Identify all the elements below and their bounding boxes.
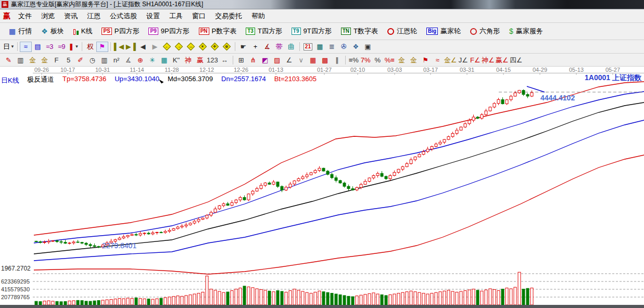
menu-资讯[interactable]: 资讯 — [59, 11, 82, 21]
gold-line-tool[interactable]: 金 — [408, 55, 420, 65]
calendar-tool[interactable]: 21 — [302, 42, 314, 52]
si-angle-tool[interactable]: 四∠ — [509, 55, 523, 65]
angle-tool[interactable]: ∡ — [122, 55, 134, 65]
menu-公式选股[interactable]: 公式选股 — [105, 11, 142, 21]
menu-工具[interactable]: 工具 — [165, 11, 187, 21]
gold-circle-tool[interactable]: 金 — [396, 55, 408, 65]
period-day-selector[interactable]: 日▼ — [3, 42, 15, 52]
dense-lines-tool[interactable]: ▥ — [98, 55, 110, 65]
info-panel-tool[interactable]: ▤ — [32, 42, 44, 52]
golden-ratio-tool[interactable]: 金 — [39, 55, 50, 65]
red-grid-tool[interactable]: ▦ — [307, 55, 319, 65]
quotes-button[interactable]: ▦行情 — [4, 27, 36, 36]
winner-service-button[interactable]: $赢家服务 — [504, 27, 548, 36]
j-angle-tool[interactable]: J∠ — [457, 55, 469, 65]
9p-square-button[interactable]: P99P四方形 — [144, 27, 194, 36]
vertical-lines-tool[interactable]: ▥ — [15, 55, 27, 65]
angle-lines-tool[interactable]: ∠ — [283, 55, 295, 65]
k-marks-tool[interactable]: K'' — [170, 55, 182, 65]
square-fan-tool[interactable]: ▨ — [271, 55, 283, 65]
ying-tool[interactable]: 赢 — [194, 55, 206, 65]
time-cycle-tool[interactable]: ◷ — [86, 55, 98, 65]
9t-square-button[interactable]: T99T四方形 — [287, 27, 336, 36]
f-angle-tool[interactable]: F∠ — [469, 55, 481, 65]
f-lines-tool[interactable]: F — [50, 55, 62, 65]
box-grid-tool[interactable]: ⊞ — [235, 55, 247, 65]
nav-last-button[interactable]: ▶▐ — [125, 42, 137, 52]
v-lines-tool[interactable]: ∨ — [295, 55, 307, 65]
shen-angle-tool[interactable]: 神∠ — [481, 55, 495, 65]
fuquan-tool[interactable]: 权 — [84, 42, 96, 52]
menu-文件[interactable]: 文件 — [14, 11, 36, 21]
sectors-button[interactable]: ❖板块 — [36, 27, 69, 36]
wave-3-tool[interactable]: ≈3 — [44, 42, 56, 52]
nav-prev-button[interactable]: ◀ — [137, 42, 149, 52]
winner-wheel-button[interactable]: Big赢家轮 — [422, 27, 465, 36]
rocket-draw-tool[interactable]: ✐ — [74, 55, 86, 65]
t-table-button[interactable]: TNT数字表 — [336, 27, 383, 36]
pan-hand-tool[interactable]: ☛ — [237, 42, 249, 52]
f-lines-tool-icon: F — [55, 57, 59, 63]
angle-measure-tool[interactable]: ∡ — [261, 42, 273, 52]
volume-bar — [418, 292, 421, 305]
menu-设置[interactable]: 设置 — [142, 11, 165, 21]
band-tool[interactable]: 带 — [273, 42, 285, 52]
shen-tool[interactable]: 神 — [182, 55, 194, 65]
p-square-button[interactable]: PSP四方形 — [97, 27, 144, 36]
grid-cycle-tool[interactable]: ▦ — [158, 55, 170, 65]
fan-square-tool[interactable]: ◩ — [259, 55, 271, 65]
chart-area[interactable]: 09-2610-1710-3111-1411-2812-1212-2601-13… — [0, 67, 644, 305]
wave-9-tool[interactable]: ≈9 — [56, 42, 68, 52]
network-tool[interactable]: ❖ — [350, 42, 362, 52]
save-tool[interactable]: ✇ — [338, 42, 350, 52]
print-tool[interactable]: ▣ — [362, 42, 374, 52]
corner-grid-tool[interactable]: ▩ — [319, 55, 331, 65]
calculator-tool[interactable]: ▦ — [314, 42, 326, 52]
flag-wave-tool[interactable]: ⚑ — [420, 55, 432, 65]
pen-draw-tool[interactable]: ✎ — [3, 55, 15, 65]
cycle-tool[interactable]: 曲 — [285, 42, 297, 52]
gold-angle-tool[interactable]: 金∠ — [444, 55, 458, 65]
full-view-diamond-button[interactable]: ✛ — [209, 42, 221, 52]
menu-窗口[interactable]: 窗口 — [187, 11, 210, 21]
star-cycle-tool[interactable]: ✳ — [146, 55, 158, 65]
crosshair-tool[interactable]: + — [249, 42, 261, 52]
t-square-button[interactable]: T3T四方形 — [241, 27, 287, 36]
percent-line-tool[interactable]: %≡ — [384, 55, 396, 65]
percent-tool[interactable]: % — [372, 55, 384, 65]
menu-浏览[interactable]: 浏览 — [36, 11, 59, 21]
fan-lines-tool[interactable]: ⋔ — [247, 55, 259, 65]
percent-ruler-tool[interactable]: ≡% — [348, 55, 360, 65]
notes-tool[interactable]: ≣ — [326, 42, 338, 52]
golden-section-tool[interactable]: 金 — [27, 55, 39, 65]
wave-line-tool[interactable]: ≈ — [432, 55, 444, 65]
reset-diamond-button[interactable]: ⊕ — [221, 42, 233, 52]
percent-strike-tool[interactable]: 7% — [360, 55, 372, 65]
p-table-button[interactable]: PNP数字表 — [194, 27, 242, 36]
hexagon-button[interactable]: 六角形 — [465, 27, 504, 36]
ying-angle-tool[interactable]: 赢∠ — [495, 55, 509, 65]
indicator-flag-tool[interactable]: ⚑ — [96, 42, 108, 52]
expand-diamond-button[interactable]: ↔ — [185, 42, 197, 52]
ruler-123-tool[interactable]: 123 — [206, 55, 219, 65]
n2-lines-tool[interactable]: n² — [110, 55, 122, 65]
scribble-tool[interactable]: ≈ — [20, 42, 32, 52]
nav-first-button[interactable]: ▌◀ — [113, 42, 125, 52]
menu-江恩[interactable]: 江恩 — [82, 11, 105, 21]
parallel-lines-tool[interactable]: ∥ — [331, 55, 343, 65]
five-lines-tool[interactable]: 5 — [62, 55, 74, 65]
gann-wheel-button[interactable]: 江恩轮 — [383, 27, 422, 36]
shift-right-diamond-button[interactable]: → — [173, 42, 185, 52]
candle-style-selector[interactable]: ❚▼ — [68, 42, 80, 52]
kline-chart-canvas[interactable]: 09-2610-1710-3111-1411-2812-1212-2601-13… — [0, 67, 644, 305]
span-arrows-tool[interactable]: ↔ — [219, 55, 231, 65]
volume-bar — [381, 295, 383, 305]
window-titlebar[interactable]: 赢 赢家江恩专业版[赢家内部服务平台] - [上证指数 SH1A0001-167… — [0, 0, 644, 9]
menu-帮助[interactable]: 帮助 — [247, 11, 270, 21]
crosshair-circle-tool[interactable]: ⊕ — [134, 55, 146, 65]
menu-交易委托[interactable]: 交易委托 — [210, 11, 247, 21]
shift-left-diamond-button[interactable]: ← — [161, 42, 173, 52]
compress-diamond-button[interactable]: ✳ — [197, 42, 209, 52]
nav-next-button[interactable]: ▶ — [149, 42, 161, 52]
kline-button[interactable]: K线 — [69, 27, 97, 36]
